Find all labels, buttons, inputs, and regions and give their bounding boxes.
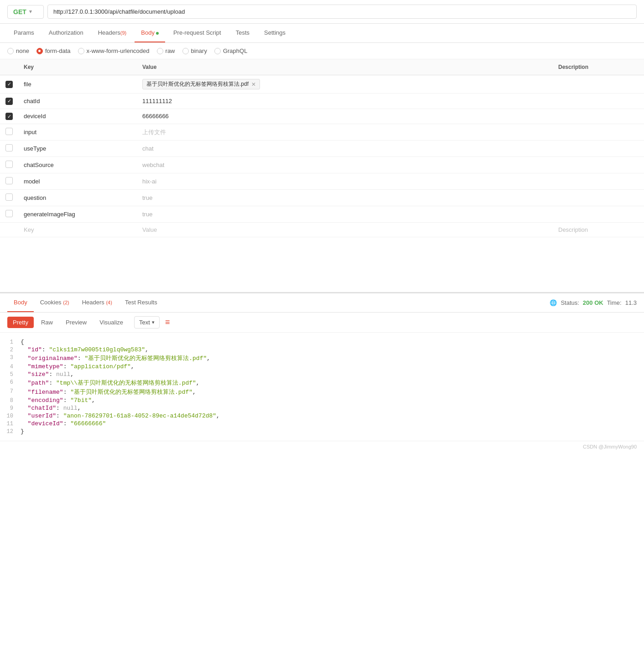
status-label: Status:	[561, 299, 579, 306]
tab-prerequest[interactable]: Pre-request Script	[167, 24, 228, 42]
code-line: 8 "encoding": "7bit",	[0, 397, 644, 404]
body-type-none[interactable]: none	[7, 47, 29, 54]
line-content: "encoding": "7bit",	[21, 397, 644, 404]
row-checkbox[interactable]	[5, 81, 13, 88]
line-number: 3	[0, 354, 21, 361]
radio-urlencoded	[78, 48, 84, 54]
response-tab-test-results[interactable]: Test Results	[119, 293, 164, 312]
line-number: 12	[0, 428, 21, 435]
tab-headers[interactable]: Headers(9)	[92, 24, 133, 42]
format-tab-pretty[interactable]: Pretty	[7, 317, 34, 328]
code-line: 6 "path": "tmp\\基于贝叶斯优化的无标签网络剪枝算法.pdf",	[0, 378, 644, 387]
row-value-hint: true	[142, 194, 152, 201]
request-nav-tabs: Params Authorization Headers(9) Body Pre…	[0, 24, 644, 43]
form-data-table: Key Value Description file基于贝叶斯优化的无标签网络剪…	[0, 59, 644, 237]
row-key: chatId	[24, 98, 40, 104]
line-number: 5	[0, 371, 21, 378]
row-value-hint: chat	[142, 145, 154, 152]
code-line: 4 "mimetype": "application/pdf",	[0, 363, 644, 371]
row-value-hint: webchat	[142, 162, 164, 168]
tab-settings[interactable]: Settings	[258, 24, 292, 42]
line-content: "filename": "基于贝叶斯优化的无标签网络剪枝算法.pdf",	[21, 388, 644, 396]
radio-formdata	[36, 48, 43, 54]
row-checkbox[interactable]	[5, 113, 13, 120]
radio-raw	[157, 48, 163, 54]
globe-icon: 🌐	[550, 299, 557, 306]
radio-binary	[182, 48, 189, 54]
text-format-dropdown[interactable]: Text ▾	[134, 316, 160, 329]
body-type-selector: none form-data x-www-form-urlencoded raw…	[0, 43, 644, 59]
table-row: file基于贝叶斯优化的无标签网络剪枝算法.pdf ✕	[0, 75, 644, 94]
row-key: question	[24, 194, 46, 201]
body-type-urlencoded[interactable]: x-www-form-urlencoded	[78, 47, 150, 54]
row-checkbox[interactable]	[5, 193, 13, 201]
method-label: GET	[13, 8, 26, 16]
row-key: input	[24, 129, 36, 136]
line-content: "size": null,	[21, 371, 644, 378]
format-tab-raw[interactable]: Raw	[36, 317, 58, 328]
time-label: Time:	[607, 299, 622, 306]
watermark: CSDN @JimmyWong90	[0, 441, 644, 452]
code-line: 12}	[0, 428, 644, 435]
format-tab-preview[interactable]: Preview	[60, 317, 92, 328]
code-line: 3 "originalname": "基于贝叶斯优化的无标签网络剪枝算法.pdf…	[0, 354, 644, 363]
line-number: 8	[0, 397, 21, 404]
line-content: {	[21, 339, 644, 345]
row-checkbox[interactable]	[5, 144, 13, 151]
tab-params[interactable]: Params	[7, 24, 41, 42]
url-bar: GET ▾	[0, 0, 644, 24]
body-type-binary[interactable]: binary	[182, 47, 207, 54]
body-type-formdata[interactable]: form-data	[36, 47, 71, 54]
table-row: questiontrue	[0, 190, 644, 206]
line-number: 6	[0, 379, 21, 386]
code-line: 7 "filename": "基于贝叶斯优化的无标签网络剪枝算法.pdf",	[0, 387, 644, 397]
table-row: deviceId66666666	[0, 109, 644, 124]
line-content: }	[21, 428, 644, 435]
row-checkbox[interactable]	[5, 128, 13, 135]
row-checkbox[interactable]	[5, 177, 13, 184]
row-checkbox[interactable]	[5, 98, 13, 105]
table-row: modelhix-ai	[0, 173, 644, 190]
method-select[interactable]: GET ▾	[7, 5, 44, 19]
line-content: "deviceId": "66666666"	[21, 420, 644, 427]
body-type-graphql[interactable]: GraphQL	[214, 47, 247, 54]
format-tab-visualize[interactable]: Visualize	[94, 317, 129, 328]
wrap-icon[interactable]: ≡	[165, 318, 170, 327]
code-line: 5 "size": null,	[0, 371, 644, 378]
body-type-raw[interactable]: raw	[157, 47, 175, 54]
table-row: input上传文件	[0, 124, 644, 141]
row-value: 111111112	[142, 98, 172, 104]
line-number: 1	[0, 339, 21, 345]
response-tab-cookies[interactable]: Cookies (2)	[34, 293, 76, 312]
method-chevron: ▾	[29, 9, 32, 15]
response-tab-headers[interactable]: Headers (4)	[76, 293, 119, 312]
code-area: 1{2 "id": "clks11m7w0005ti0glq0wg583",3 …	[0, 333, 644, 441]
code-line: 10 "userId": "anon-78629701-61a8-4052-89…	[0, 412, 644, 420]
file-tag: 基于贝叶斯优化的无标签网络剪枝算法.pdf ✕	[142, 79, 260, 89]
row-checkbox[interactable]	[5, 210, 13, 217]
row-key: generateImageFlag	[24, 211, 75, 218]
footer-key-placeholder: Key	[24, 226, 34, 233]
line-content: "originalname": "基于贝叶斯优化的无标签网络剪枝算法.pdf",	[21, 354, 644, 362]
line-content: "mimetype": "application/pdf",	[21, 363, 644, 370]
line-number: 4	[0, 363, 21, 370]
line-number: 9	[0, 405, 21, 412]
row-value: 66666666	[142, 113, 169, 120]
col-header-value: Value	[137, 59, 553, 75]
dropdown-chevron: ▾	[152, 319, 155, 325]
row-checkbox[interactable]	[5, 161, 13, 168]
tab-authorization[interactable]: Authorization	[42, 24, 90, 42]
response-tab-body[interactable]: Body	[7, 293, 34, 312]
line-content: "path": "tmp\\基于贝叶斯优化的无标签网络剪枝算法.pdf",	[21, 379, 644, 387]
col-header-key: Key	[18, 59, 137, 75]
tab-body[interactable]: Body	[135, 24, 165, 42]
row-value-placeholder: 上传文件	[142, 129, 166, 136]
tab-tests[interactable]: Tests	[229, 24, 256, 42]
code-line: 9 "chatId": null,	[0, 404, 644, 412]
url-input[interactable]	[47, 5, 637, 19]
row-value-hint: hix-ai	[142, 178, 156, 185]
row-key: model	[24, 178, 40, 185]
response-tabs-bar: Body Cookies (2) Headers (4) Test Result…	[0, 293, 644, 313]
table-row: chatSourcewebchat	[0, 157, 644, 173]
file-remove[interactable]: ✕	[251, 81, 256, 88]
